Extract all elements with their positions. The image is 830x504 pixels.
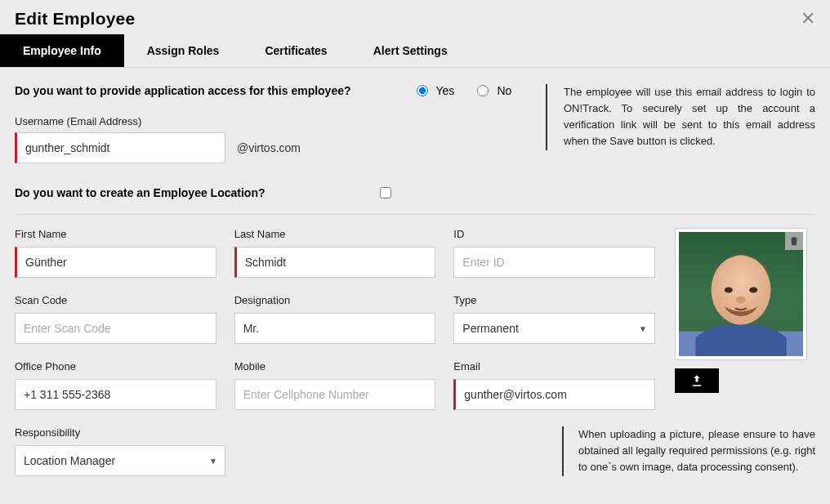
access-radio-no[interactable]: No: [477, 84, 511, 97]
tabs: Employee Info Assign Roles Certificates …: [0, 34, 830, 68]
avatar-image: [679, 232, 803, 356]
responsibility-select[interactable]: Location Manager: [15, 445, 225, 476]
designation-input[interactable]: [234, 313, 436, 344]
access-radio-no-input[interactable]: [477, 85, 489, 96]
edit-employee-modal: Edit Employee ✕ Employee Info Assign Rol…: [0, 0, 830, 504]
upload-hint: When uploading a picture, please ensure …: [562, 426, 815, 476]
svg-point-3: [725, 287, 733, 292]
tab-alert-settings[interactable]: Alert Settings: [350, 34, 471, 67]
email-hint: The employee will use this email address…: [546, 84, 815, 150]
scan-code-input[interactable]: [15, 313, 216, 344]
username-label: Username (Email Address): [15, 115, 546, 127]
svg-point-4: [749, 287, 757, 292]
tab-content: Do you want to provide application acces…: [0, 68, 830, 484]
username-block: Username (Email Address) @virtos.com: [15, 115, 546, 163]
access-radio-yes-input[interactable]: [417, 85, 428, 96]
location-question-row: Do you want to create an Employee Locati…: [15, 186, 815, 199]
divider: [15, 214, 815, 215]
modal-title: Edit Employee: [15, 9, 135, 29]
field-scan-code: Scan Code: [15, 294, 216, 344]
access-question: Do you want to provide application acces…: [15, 84, 351, 97]
location-checkbox[interactable]: [380, 187, 391, 198]
employee-photo: [675, 228, 807, 360]
username-suffix: @virtos.com: [237, 141, 301, 154]
photo-column: [675, 228, 815, 410]
location-question: Do you want to create an Employee Locati…: [15, 186, 266, 199]
field-last-name: Last Name: [234, 228, 436, 278]
tab-employee-info[interactable]: Employee Info: [0, 34, 124, 67]
field-id: ID: [453, 228, 655, 278]
trash-icon: [788, 235, 800, 247]
username-input[interactable]: [15, 132, 225, 163]
access-radio-yes[interactable]: Yes: [417, 84, 455, 97]
first-name-input[interactable]: [15, 247, 216, 278]
field-designation: Designation: [234, 294, 436, 344]
last-name-input[interactable]: [234, 247, 436, 278]
field-mobile: Mobile: [234, 360, 436, 410]
form-region: First Name Last Name ID Scan Code Design…: [15, 228, 815, 410]
tab-certificates[interactable]: Certificates: [242, 34, 350, 67]
field-office-phone: Office Phone: [15, 360, 216, 410]
delete-photo-button[interactable]: [785, 232, 803, 250]
form-grid: First Name Last Name ID Scan Code Design…: [15, 228, 655, 410]
upload-icon: [689, 373, 704, 388]
type-select[interactable]: Permanent: [453, 313, 655, 344]
svg-point-5: [736, 297, 746, 303]
field-first-name: First Name: [15, 228, 216, 278]
mobile-input[interactable]: [234, 379, 436, 410]
access-row: Do you want to provide application acces…: [15, 84, 815, 163]
field-email: Email: [453, 360, 655, 410]
field-responsibility: Responsibility Location Manager ▼: [15, 426, 225, 476]
bottom-row: Responsibility Location Manager ▼ When u…: [15, 426, 815, 476]
modal-header: Edit Employee ✕: [0, 0, 830, 34]
access-radio-group: Yes No: [417, 84, 512, 97]
email-input[interactable]: [453, 379, 655, 410]
office-phone-input[interactable]: [15, 379, 216, 410]
field-type: Type Permanent ▼: [453, 294, 655, 344]
id-input[interactable]: [453, 247, 655, 278]
upload-photo-button[interactable]: [675, 368, 719, 393]
tab-assign-roles[interactable]: Assign Roles: [124, 34, 243, 67]
close-button[interactable]: ✕: [801, 8, 815, 29]
